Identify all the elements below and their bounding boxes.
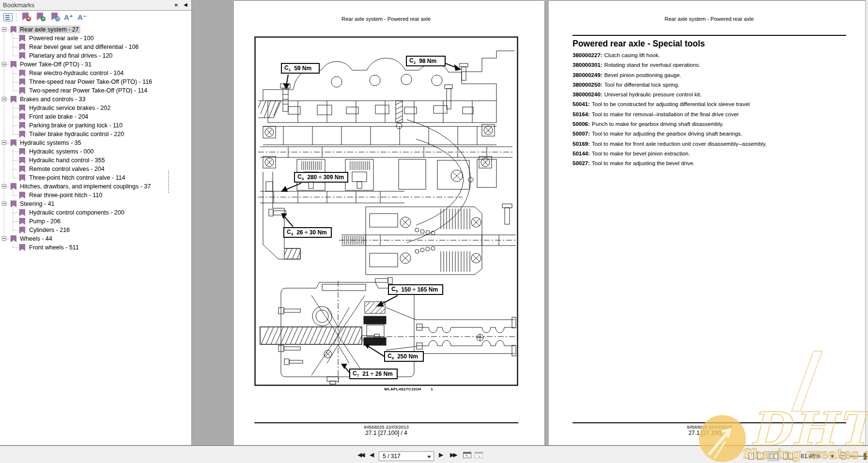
bookmark-flag-icon xyxy=(19,174,25,181)
bookmark-label[interactable]: Three-point hitch control valve - 114 xyxy=(28,174,126,182)
bookmark-item[interactable]: Hitches, drawbars, and implement couplin… xyxy=(0,182,191,191)
bookmark-label[interactable]: Parking brake or parking lock - 110 xyxy=(28,122,124,129)
callout-label: C5 xyxy=(391,286,398,293)
continuous-view-icon[interactable] xyxy=(757,453,763,460)
page-footer: 84568025 22/03/2013 27.1 [27.100] / 4 xyxy=(254,422,518,436)
bookmark-label[interactable]: Pump - 206 xyxy=(28,217,62,225)
bookmark-label[interactable]: Front axle brake - 204 xyxy=(28,113,90,121)
bookmark-label[interactable]: Brakes and controls - 33 xyxy=(18,95,87,103)
bookmark-label[interactable]: Front wheels - 511 xyxy=(28,244,80,251)
bookmark-item[interactable]: Rear three-point hitch - 110 xyxy=(0,191,191,200)
tree-expander-icon[interactable] xyxy=(2,62,6,66)
callout-torque-value: 21 ÷ 26 Nm xyxy=(362,370,393,377)
tool-description: Clutch casing lift hook. xyxy=(604,52,660,58)
bookmark-flag-icon xyxy=(11,183,16,190)
panel-splitter-grip[interactable] xyxy=(168,170,169,193)
bookmark-item[interactable]: Rear bevel gear set and differential - 1… xyxy=(0,43,191,51)
facing-right-page-icon xyxy=(774,454,778,459)
bookmark-item[interactable]: Rear axle system - 27 xyxy=(0,25,191,34)
bookmark-flag-icon xyxy=(19,131,25,138)
zoom-out-icon[interactable] xyxy=(839,452,847,460)
bookmark-item[interactable]: Steering - 41 xyxy=(0,200,191,208)
page-dropdown-caret-icon[interactable] xyxy=(427,456,431,458)
status-bar: ◀◀ ◀ 5 / 317 ▶ ▶▶ ↖ ↘ 81.46% xyxy=(0,446,868,463)
last-page-icon[interactable]: ▶▶ xyxy=(450,451,456,458)
bookmark-label[interactable]: Steering - 41 xyxy=(18,200,56,208)
callout-label: C2 xyxy=(409,57,416,65)
book-view-left-icon[interactable] xyxy=(783,453,788,460)
callout-label: C1 xyxy=(284,64,291,72)
previous-view-icon[interactable]: ↖ xyxy=(463,452,471,458)
bookmark-flag-icon xyxy=(19,70,25,77)
previous-page-icon[interactable]: ◀ xyxy=(370,451,372,458)
bookmark-item[interactable]: Powered rear axle - 100 xyxy=(0,34,191,43)
bookmark-item[interactable]: Three-speed rear Power Take-Off (PTO) - … xyxy=(0,77,191,86)
bookmark-item[interactable]: Hydraulic hand control - 355 xyxy=(0,156,191,165)
tree-expander-icon[interactable] xyxy=(2,236,6,241)
book-view-right-icon[interactable] xyxy=(789,453,793,460)
bookmark-label[interactable]: Hydraulic hand control - 355 xyxy=(28,156,106,164)
bookmark-label[interactable]: Hydraulic systems - 000 xyxy=(28,148,95,155)
bookmark-item[interactable]: Front axle brake - 204 xyxy=(0,112,191,121)
page-number-input[interactable]: 5 / 317 xyxy=(379,451,434,461)
tool-description: Punch to make for gearbox driving shaft … xyxy=(592,121,724,127)
tool-code: 50007: xyxy=(573,131,590,137)
first-page-icon[interactable]: ◀◀ xyxy=(357,451,363,458)
tree-connector xyxy=(13,103,13,134)
tree-expander-icon[interactable] xyxy=(2,140,6,145)
bookmark-label[interactable]: Hydraulic service brakes - 202 xyxy=(28,104,112,112)
torque-callout: C326 ÷ 30 Nm xyxy=(283,227,332,238)
tool-item: 380000301:Rotating stand for overhaul op… xyxy=(573,62,851,72)
bookmark-flag-icon xyxy=(19,78,25,85)
axle-cross-section-diagram xyxy=(254,36,518,386)
tree-expander-icon[interactable] xyxy=(2,201,6,206)
facing-left-page-icon xyxy=(770,454,774,459)
bookmark-label[interactable]: Power Take-Off (PTO) - 31 xyxy=(18,61,93,68)
bookmark-item[interactable]: Wheels - 44 xyxy=(0,234,191,243)
bookmark-item[interactable]: Brakes and controls - 33 xyxy=(0,95,191,104)
bookmark-item[interactable]: Cylinders - 216 xyxy=(0,226,191,234)
zoom-slider-handle[interactable] xyxy=(864,453,867,460)
bookmark-label[interactable]: Wheels - 44 xyxy=(18,235,54,243)
bookmark-item[interactable]: Power Take-Off (PTO) - 31 xyxy=(0,60,191,69)
bookmark-item[interactable]: Rear electro-hydraulic control - 104 xyxy=(0,69,191,77)
bookmark-label[interactable]: Planetary and final drives - 120 xyxy=(28,52,114,60)
bookmark-label[interactable]: Rear axle system - 27 xyxy=(18,26,80,33)
next-view-icon[interactable]: ↘ xyxy=(475,452,483,458)
bookmark-label[interactable]: Rear electro-hydraulic control - 104 xyxy=(28,69,125,77)
callout-label: C7 xyxy=(353,370,359,378)
vertical-scrollbar[interactable] xyxy=(865,0,868,446)
tool-description: Tool to make for removal--installation o… xyxy=(592,111,739,117)
next-page-icon[interactable]: ▶ xyxy=(439,451,442,458)
bookmark-item[interactable]: Hydraulic service brakes - 202 xyxy=(0,104,191,112)
bookmark-item[interactable]: Planetary and final drives - 120 xyxy=(0,51,191,60)
bookmark-item[interactable]: Three-point hitch control valve - 114 xyxy=(0,173,191,182)
bookmark-item[interactable]: Parking brake or parking lock - 110 xyxy=(0,121,191,130)
bookmark-item[interactable]: Front wheels - 511 xyxy=(0,243,191,252)
bookmark-item[interactable]: Hydraulic systems - 35 xyxy=(0,139,191,147)
bookmark-label[interactable]: Hydraulic control components - 200 xyxy=(28,209,126,216)
bookmark-item[interactable]: Hydraulic systems - 000 xyxy=(0,147,191,156)
bookmark-label[interactable]: Two-speed rear Power Take-Off (PTO) - 11… xyxy=(28,87,149,94)
tool-item: 50041:Tool to be constructed for adjusti… xyxy=(573,101,851,111)
bookmark-item[interactable]: Remote control valves - 204 xyxy=(0,165,191,173)
bookmark-item[interactable]: Hydraulic control components - 200 xyxy=(0,208,191,217)
bookmark-label[interactable]: Remote control valves - 204 xyxy=(28,165,106,173)
tree-expander-icon[interactable] xyxy=(2,184,6,188)
bookmark-label[interactable]: Hydraulic systems - 35 xyxy=(18,139,82,147)
bookmark-item[interactable]: Pump - 206 xyxy=(0,217,191,226)
zoom-dropdown-caret-icon[interactable] xyxy=(830,455,834,458)
single-page-view-icon[interactable] xyxy=(748,453,754,460)
bookmark-item[interactable]: Two-speed rear Power Take-Off (PTO) - 11… xyxy=(0,86,191,95)
bookmark-label[interactable]: Powered rear axle - 100 xyxy=(28,34,95,42)
tree-expander-icon[interactable] xyxy=(2,97,6,101)
tree-expander-icon[interactable] xyxy=(2,27,6,31)
bookmark-label[interactable]: Three-speed rear Power Take-Off (PTO) - … xyxy=(28,78,154,86)
bookmark-label[interactable]: Rear three-point hitch - 110 xyxy=(28,191,104,199)
bookmark-label[interactable]: Hitches, drawbars, and implement couplin… xyxy=(18,183,152,190)
facing-view-icon[interactable] xyxy=(768,451,779,461)
bookmark-label[interactable]: Trailer brake hydraulic control - 220 xyxy=(28,130,125,138)
bookmark-label[interactable]: Rear bevel gear set and differential - 1… xyxy=(28,43,140,51)
bookmark-item[interactable]: Trailer brake hydraulic control - 220 xyxy=(0,130,191,139)
bookmark-label[interactable]: Cylinders - 216 xyxy=(28,226,71,234)
